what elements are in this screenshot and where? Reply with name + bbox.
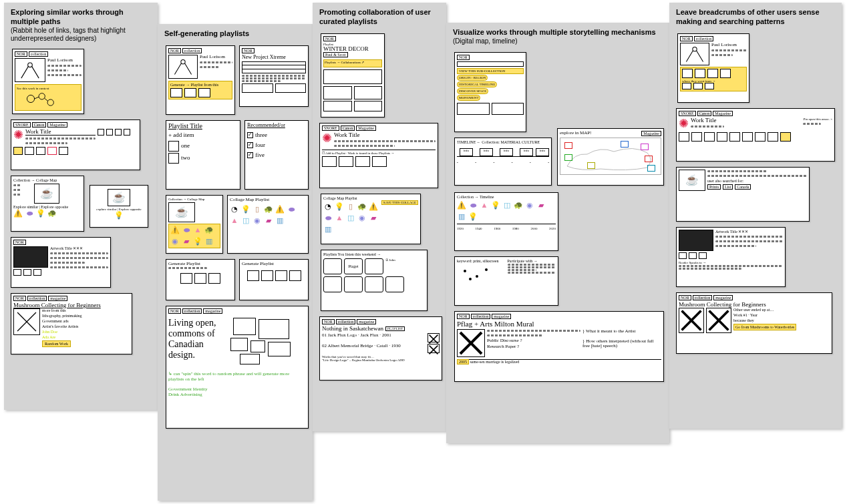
svg-line-4: [35, 97, 39, 99]
board-title: Leave breadcrumbs of other users sense m…: [676, 8, 835, 27]
warning-icon: ⚠️: [369, 202, 378, 212]
tab-nor: NOR: [322, 319, 335, 324]
random-work-button[interactable]: Random Work: [42, 340, 71, 347]
board-title: Self-generating playlists: [164, 29, 306, 39]
sketch-icon-collage[interactable]: Collage Map Playlist SAVE THIS COLLAGE ◔…: [321, 194, 421, 244]
sketch-mushrooms-crumbs[interactable]: NORcollectionmagazine Mushroom Collectin…: [676, 292, 832, 354]
sketch-dark-article[interactable]: NOR Artwork Title ✕✕✕: [11, 237, 111, 288]
bottle-icon: ▯: [252, 205, 262, 214]
save-collage-button[interactable]: SAVE THIS COLLAGE: [381, 200, 418, 205]
tab-nor: NOR: [457, 55, 470, 60]
checkbox-icon[interactable]: ✓: [247, 152, 253, 158]
swirl-icon: ◉: [252, 216, 262, 226]
sketch-mug-mini[interactable]: ☕ explore similar | Explore opposite 💡: [90, 185, 148, 228]
turtle-icon: 🐢: [204, 226, 214, 235]
thumbs-area: NORcollection Paul Lorisom See this work…: [11, 47, 151, 420]
sketch-timeline[interactable]: TIMELINE ← Collection: MATERIAL CULTURE …: [454, 138, 552, 186]
filter-monument[interactable]: MONUMENT: [457, 95, 480, 101]
tab-magazine: magazine: [48, 296, 67, 301]
svg-line-5: [44, 98, 48, 101]
warning-icon: ⚠️: [457, 200, 466, 210]
board-breadcrumbs: Leave breadcrumbs of other users sense m…: [669, 3, 842, 429]
tab-magazine: Magazine: [356, 125, 376, 131]
sketch-leaf-playlist[interactable]: SNORECanonMagazine ✺ Work Title ☐ Add to…: [319, 123, 438, 188]
tab-collection: collection: [27, 296, 47, 301]
spin-examples: Government Identity Drink Advertising: [168, 387, 306, 398]
tab-magazine: Magazine: [713, 111, 733, 116]
turtle-icon: 🐢: [357, 202, 367, 212]
warning-icon: ⚠️: [275, 205, 285, 214]
coffee-mug-icon: ☕: [175, 207, 188, 218]
filter-discover[interactable]: DISCOVER SPACE: [457, 88, 488, 94]
board-subtitle: (Digital map, timeline): [453, 37, 663, 46]
tab-nor: NOR: [168, 48, 181, 53]
sketch-mushrooms[interactable]: NORcollectionmagazine Mushroom Collectin…: [11, 293, 132, 354]
sketch-paul-rabbit-hole[interactable]: NORcollection Paul Lorisom See this work…: [12, 49, 84, 114]
svg-point-14: [476, 275, 478, 278]
checkbox-icon[interactable]: ✓: [247, 132, 253, 138]
tab-snore: SNORE: [322, 125, 339, 131]
filter-origin[interactable]: ORIGIN / REGION: [457, 75, 488, 81]
sketch-dark-article-2[interactable]: Artwork Title ✕✕✕ Reader Speaks to →: [676, 227, 786, 287]
generate-playlist-panel[interactable]: Generate → Playlist from this: [168, 81, 232, 99]
sketch-collage-map-icons[interactable]: Collage Map Playlist ◔ 💡 ▯ 🐢 ⚠️ ⬬ ▲ ◫ ◉ …: [227, 195, 309, 254]
sketch-living-open[interactable]: NORcollectionmagazine Living open, commo…: [166, 306, 309, 429]
checkbox-icon[interactable]: ✓: [247, 142, 253, 148]
tab-canon: Canon: [341, 125, 355, 131]
filter-view[interactable]: VIEW THIS SUB-COLLECTION: [457, 68, 524, 74]
sketch-paul-generate[interactable]: NORcollection Paul Lorisom Generate → Pl…: [166, 45, 235, 115]
jar-icon: ◫: [346, 214, 355, 223]
sketch-playlists-listened[interactable]: Playlists You listen this weekend → Piag…: [321, 250, 428, 311]
board-subtitle: (Rabbit hole of links, tags that highlig…: [11, 27, 151, 43]
jar-icon: ◫: [241, 216, 250, 226]
lamp-icon: ◔: [323, 202, 333, 212]
sketch-saskatchewan[interactable]: NORcollectionmagazine Nothing in Saskatc…: [319, 316, 442, 381]
maple-leaf-icon: ✺: [13, 129, 23, 141]
tab-magazine: magazine: [203, 308, 222, 314]
sketch-generate-small-1[interactable]: Generate Playlist: [166, 259, 235, 300]
sketch-paul-shelf[interactable]: NORcollection Paul Lorisom where they we…: [677, 33, 749, 103]
svg-point-2: [39, 93, 45, 99]
sketch-generate-small-2[interactable]: Generate Playlist: [239, 259, 309, 300]
sketch-work-title-leaf[interactable]: SNORECanonMagazine ✺ Work Title: [11, 119, 140, 170]
tab-magazine: magazine: [357, 319, 376, 324]
board-title: Promoting collaboration of user curated …: [319, 8, 440, 27]
sketch-timeline-icons[interactable]: Collection → Timeline ⚠️ ⬬ ▲ 💡 ◫ 🐢 ◉ ▰ ▥…: [454, 192, 558, 251]
sketch-recommended[interactable]: Recommended/or ✓three ✓four ✓five: [244, 120, 309, 190]
swirl-icon: ◉: [525, 200, 534, 210]
tab-collection: collection: [182, 308, 202, 314]
sketch-canada-map[interactable]: explore in MAP!Magazine: [557, 128, 664, 186]
sketch-mug-explore[interactable]: Collection → Collage Map ☕ Explore simil…: [11, 176, 84, 232]
sketch-winter-decor[interactable]: NOR Playlist WINTER DECOR Paul & Scott P…: [321, 33, 385, 117]
filter-timeline[interactable]: HISTORICAL TIMELINE: [457, 81, 497, 87]
droplet-icon: ⬬: [25, 209, 34, 218]
svg-point-0: [28, 63, 33, 67]
svg-point-1: [27, 95, 34, 102]
turtle-icon: 🐢: [264, 205, 273, 214]
sketch-leaf-strip[interactable]: SNORECanonMagazine ✺ Work Title Pin open…: [676, 108, 835, 162]
tab-nor: NOR: [15, 51, 27, 57]
go-from-button[interactable]: Go from Mushrooms to Waterbottles: [733, 324, 796, 330]
sketch-keywords[interactable]: keyword: print, silkscreen Participate w…: [454, 256, 558, 306]
board-promoting: Promoting collaboration of user curated …: [313, 3, 446, 431]
board-visualize: Visualize works through multiple storyte…: [446, 23, 669, 443]
maple-leaf-icon: ✺: [679, 117, 689, 130]
coffee-mug-icon: ☕: [112, 192, 126, 203]
swirl-icon: ◉: [170, 237, 180, 246]
tab-nor: NOR: [13, 240, 26, 245]
sketch-mug-icons-yellow[interactable]: Collection → Collage Map ☕ ⚠️ ⬬ ▲ 🐢 ◉ ▰ …: [166, 195, 223, 254]
sketch-mug-searched[interactable]: ☕ user also searched for: PrintsListCana…: [676, 167, 810, 222]
tab-collection: collection: [694, 36, 714, 41]
sketch-playlist-builder[interactable]: Playlist Title + add item one two: [166, 120, 240, 190]
add-item-button[interactable]: + add item: [168, 132, 238, 138]
tab-collection: collection: [336, 319, 356, 324]
playlist-tag: PLAYLIST: [385, 326, 405, 331]
bulb-icon: 💡: [468, 212, 478, 221]
sketch-new-project[interactable]: NOR New Project Xtreme: [239, 45, 309, 107]
sketch-filter-panel[interactable]: NOR VIEW THIS SUB-COLLECTION ORIGIN / RE…: [454, 52, 526, 132]
droplet-icon: ⬬: [468, 200, 478, 210]
tab-nor: NOR: [679, 295, 691, 300]
tab-nor: NOR: [323, 36, 336, 41]
sketch-pflag[interactable]: NORcollectionmagazine Pflag + Arts Milto…: [454, 311, 664, 382]
thumbs-area: NORcollection Paul Lorisom where they we…: [676, 31, 835, 422]
